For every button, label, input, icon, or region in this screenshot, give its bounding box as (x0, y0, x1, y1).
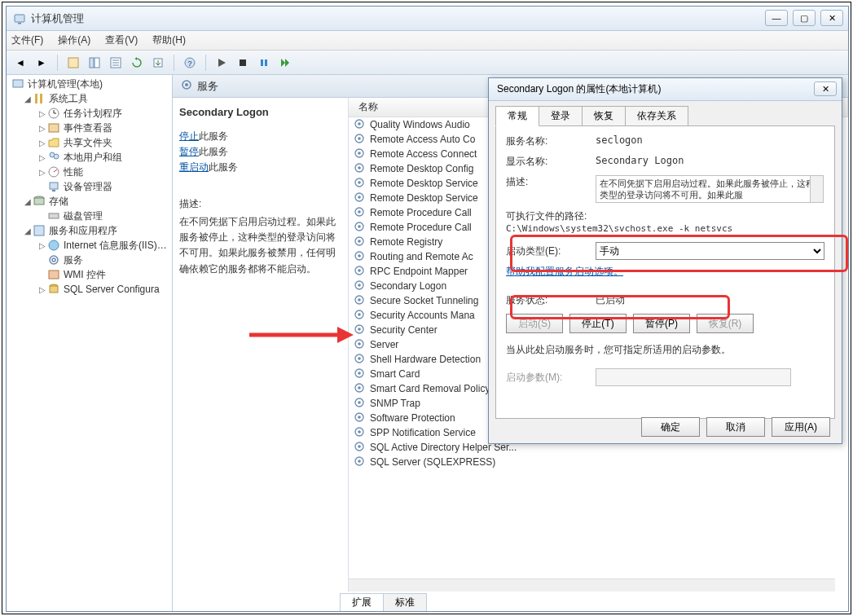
tree-system-tools[interactable]: ◢系统工具 (8, 91, 170, 106)
svg-rect-21 (40, 94, 42, 103)
svg-rect-35 (34, 226, 44, 235)
tree-local-users[interactable]: ▷本地用户和组 (8, 150, 170, 165)
svg-point-77 (358, 357, 361, 360)
ok-button[interactable]: 确定 (641, 417, 700, 437)
resume-button[interactable]: 恢复(R) (697, 314, 754, 333)
svg-point-27 (54, 154, 59, 159)
export-button[interactable] (149, 54, 167, 72)
svg-point-63 (358, 254, 361, 257)
cancel-button[interactable]: 取消 (706, 417, 765, 437)
desc-scrollbar[interactable] (810, 176, 823, 202)
nav-back-button[interactable]: ◄ (11, 54, 29, 72)
tab-standard[interactable]: 标准 (383, 593, 427, 611)
close-button[interactable]: ✕ (820, 10, 843, 26)
stop-button[interactable] (234, 54, 252, 72)
gear-icon (354, 133, 365, 147)
tree-event-viewer[interactable]: ▷事件查看器 (8, 121, 170, 135)
gear-icon (354, 382, 365, 396)
apply-button[interactable]: 应用(A) (772, 417, 830, 437)
gear-icon (354, 367, 365, 381)
menu-view[interactable]: 查看(V) (105, 33, 138, 47)
help-button[interactable]: ? (181, 54, 199, 72)
tab-general[interactable]: 常规 (495, 106, 539, 126)
gear-icon (354, 250, 365, 264)
tab-recovery[interactable]: 恢复 (582, 106, 626, 126)
tree-sql[interactable]: ▷SQL Server Configura (8, 282, 170, 297)
pause-button[interactable]: 暂停(P) (633, 314, 690, 333)
tree-storage[interactable]: ◢存储 (8, 194, 170, 209)
dialog-close-button[interactable]: ✕ (814, 81, 837, 96)
menu-file[interactable]: 文件(F) (11, 33, 43, 47)
tree-services-apps[interactable]: ◢服务和应用程序 (8, 223, 170, 238)
toolbar-button[interactable] (64, 54, 82, 72)
gear-icon (354, 441, 365, 455)
menu-help[interactable]: 帮助(H) (152, 33, 186, 47)
stop-button[interactable]: 停止(T) (569, 314, 627, 333)
minimize-button[interactable]: — (765, 10, 788, 26)
main-header-title: 服务 (197, 79, 218, 94)
gear-icon (354, 235, 365, 249)
toolbar-button[interactable] (86, 54, 103, 72)
tree-iis[interactable]: ▷Internet 信息服务(IIS)… (8, 238, 170, 253)
nav-forward-button[interactable]: ► (33, 54, 51, 72)
exe-path-label: 可执行文件的路径: (506, 209, 824, 223)
restart-button[interactable] (276, 54, 294, 72)
help-configure-link[interactable]: 帮助我配置服务启动选项。 (506, 265, 623, 279)
toolbar-button[interactable] (107, 54, 125, 72)
svg-rect-25 (49, 124, 59, 132)
gear-icon (354, 455, 365, 469)
svg-point-71 (358, 313, 361, 316)
svg-point-36 (49, 240, 59, 250)
list-item[interactable]: SQL Server (SQLEXPRESS)Prov...已启动自动 (349, 455, 848, 469)
svg-rect-20 (35, 94, 37, 103)
description-field[interactable]: 在不同凭据下启用启动过程。如果此服务被停止，这种类型的登录访问将不可用。如果此服 (596, 175, 824, 203)
tree-disk-mgmt[interactable]: 磁盘管理 (8, 209, 170, 223)
svg-point-67 (358, 284, 361, 287)
exe-path-value: C:\Windows\system32\svchost.exe -k netsv… (506, 223, 824, 234)
svg-point-47 (358, 137, 361, 140)
dialog-title: Secondary Logon 的属性(本地计算机) (497, 82, 661, 96)
tree-task-scheduler[interactable]: ▷任务计划程序 (8, 106, 170, 121)
startup-type-label: 启动类型(E): (506, 244, 596, 258)
start-button[interactable]: 启动(S) (506, 314, 563, 333)
svg-rect-34 (49, 213, 59, 218)
svg-rect-19 (13, 80, 23, 87)
svg-rect-39 (49, 271, 59, 279)
desc-label: 描述: (506, 175, 596, 189)
svg-marker-9 (135, 57, 138, 60)
menu-action[interactable]: 操作(A) (58, 33, 90, 47)
svg-point-75 (358, 342, 361, 345)
restart-service-link[interactable]: 重启动 (179, 161, 209, 173)
svg-marker-13 (218, 59, 226, 67)
pause-button[interactable] (255, 54, 273, 72)
gear-icon (354, 118, 365, 132)
stop-service-link[interactable]: 停止 (179, 130, 199, 142)
svg-point-85 (358, 416, 361, 419)
svg-point-87 (358, 430, 361, 433)
maximize-button[interactable]: ▢ (793, 10, 816, 26)
svg-point-89 (358, 445, 361, 448)
gear-icon (354, 309, 365, 323)
tree-shared-folders[interactable]: ▷共享文件夹 (8, 135, 170, 150)
gear-icon (354, 177, 365, 191)
tab-extended[interactable]: 扩展 (340, 593, 384, 611)
tree-sidebar[interactable]: 计算机管理(本地) ◢系统工具 ▷任务计划程序 ▷事件查看器 ▷共享文件夹 ▷本… (7, 75, 173, 611)
description-label: 描述: (179, 197, 341, 211)
tree-services[interactable]: 服务 (8, 253, 170, 267)
tree-wmi[interactable]: WMI 控件 (8, 267, 170, 282)
tab-deps[interactable]: 依存关系 (625, 106, 688, 126)
toolbar: ◄ ► ? (7, 51, 848, 75)
tree-device-manager[interactable]: 设备管理器 (8, 179, 170, 194)
refresh-button[interactable] (128, 54, 146, 72)
gear-icon (354, 411, 365, 425)
selected-service-name: Secondary Logon (179, 106, 341, 118)
tab-logon[interactable]: 登录 (539, 106, 583, 126)
play-button[interactable] (213, 54, 231, 72)
svg-point-43 (185, 83, 188, 86)
tree-root[interactable]: 计算机管理(本地) (8, 77, 170, 91)
horizontal-scrollbar[interactable] (349, 579, 835, 592)
pause-service-link[interactable]: 暂停 (179, 146, 199, 157)
startup-type-select[interactable]: 手动 (596, 242, 824, 260)
svg-point-38 (52, 258, 55, 262)
tree-performance[interactable]: ▷性能 (8, 165, 170, 179)
